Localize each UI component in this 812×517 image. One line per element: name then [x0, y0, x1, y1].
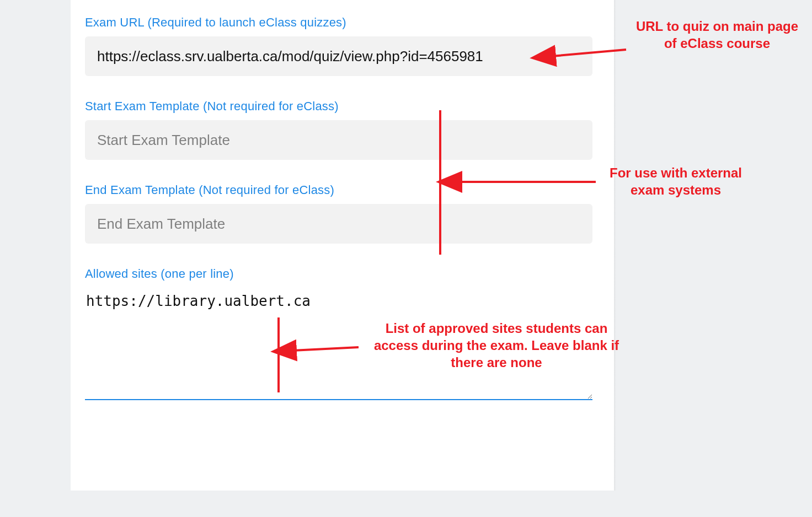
start-template-label: Start Exam Template (Not required for eC…: [85, 99, 599, 114]
annotation-url-to-quiz: URL to quiz on main page of eClass cours…: [629, 18, 805, 52]
exam-url-input[interactable]: [85, 36, 592, 76]
field-start-template-group: Start Exam Template (Not required for eC…: [85, 99, 599, 160]
end-template-input[interactable]: [85, 204, 592, 244]
exam-config-card: Exam URL (Required to launch eClass quiz…: [71, 0, 614, 491]
start-template-input[interactable]: [85, 120, 592, 160]
end-template-label: End Exam Template (Not required for eCla…: [85, 183, 599, 197]
field-end-template-group: End Exam Template (Not required for eCla…: [85, 183, 599, 244]
field-exam-url-group: Exam URL (Required to launch eClass quiz…: [85, 15, 599, 76]
allowed-sites-label: Allowed sites (one per line): [85, 267, 599, 281]
exam-url-label: Exam URL (Required to launch eClass quiz…: [85, 15, 599, 30]
annotation-allowed-sites: List of approved sites students can acce…: [364, 320, 629, 371]
annotation-external-exam: For use with external exam systems: [604, 164, 747, 198]
